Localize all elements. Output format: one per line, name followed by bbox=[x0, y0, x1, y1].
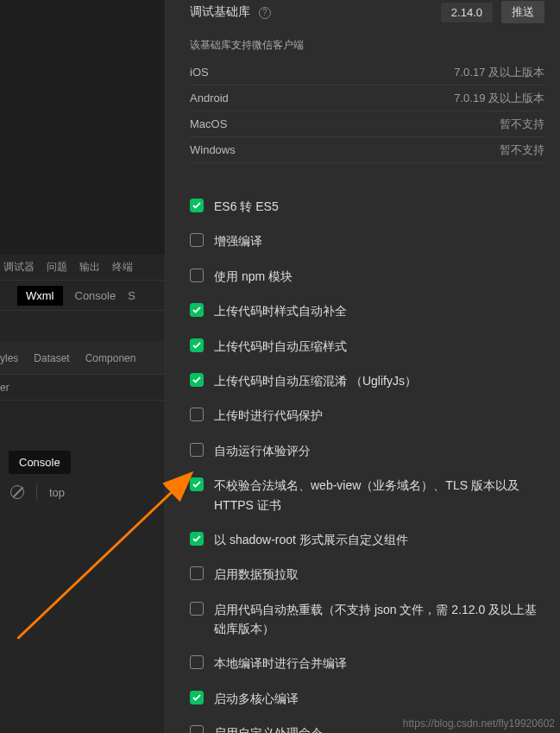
styles-tabbar: yles Dataset Componen bbox=[0, 342, 165, 375]
option-row: 上传代码时自动压缩样式 bbox=[190, 329, 544, 363]
option-label: 使用 npm 模块 bbox=[214, 267, 293, 286]
tab-component-partial[interactable]: Componen bbox=[85, 352, 136, 364]
option-checkbox[interactable] bbox=[190, 443, 204, 457]
option-checkbox[interactable] bbox=[190, 338, 204, 352]
support-table: iOS7.0.17 及以上版本Android7.0.19 及以上版本MacOS暂… bbox=[190, 60, 544, 163]
option-row: 启动多核心编译 bbox=[190, 681, 544, 716]
option-label: 上传时进行代码保护 bbox=[214, 406, 323, 425]
option-checkbox[interactable] bbox=[190, 408, 204, 421]
option-row: 不校验合法域名、web-view（业务域名）、TLS 版本以及 HTTPS 证书 bbox=[190, 468, 544, 522]
tab-output[interactable]: 输出 bbox=[79, 260, 100, 275]
os-version: 7.0.17 及以上版本 bbox=[454, 65, 544, 80]
option-label: 启用数据预拉取 bbox=[214, 565, 299, 584]
support-row: Windows暂不支持 bbox=[190, 137, 544, 163]
option-row: 上传代码时样式自动补全 bbox=[190, 294, 544, 328]
base-lib-label: 调试基础库 ? bbox=[190, 4, 441, 20]
support-clients-label: 该基础库支持微信客户端 bbox=[190, 38, 544, 53]
option-row: 自动运行体验评分 bbox=[190, 433, 544, 468]
console-drawer-tab[interactable]: Console bbox=[9, 451, 71, 474]
option-label: 增强编译 bbox=[214, 231, 262, 250]
option-checkbox[interactable] bbox=[190, 477, 204, 491]
option-row: 使用 npm 模块 bbox=[190, 259, 544, 294]
filter-text-partial: er bbox=[0, 382, 9, 394]
option-checkbox[interactable] bbox=[190, 373, 204, 387]
option-label: 以 shadow-root 形式展示自定义组件 bbox=[214, 530, 408, 549]
option-checkbox[interactable] bbox=[190, 269, 204, 282]
tab-sources-partial[interactable]: S bbox=[128, 289, 135, 302]
settings-panel: 调试基础库 ? 2.14.0 推送 该基础库支持微信客户端 iOS7.0.17 … bbox=[166, 0, 560, 733]
base-lib-row: 调试基础库 ? 2.14.0 推送 bbox=[190, 2, 544, 22]
left-devtools-panel: 调试器 问题 输出 终端 Wxml Console S yles Dataset… bbox=[0, 0, 166, 733]
os-version: 暂不支持 bbox=[500, 142, 544, 158]
tab-wxml[interactable]: Wxml bbox=[17, 286, 63, 306]
context-selector[interactable]: top bbox=[49, 486, 65, 499]
option-row: 上传时进行代码保护 bbox=[190, 398, 544, 433]
clear-console-icon[interactable] bbox=[10, 485, 24, 499]
option-label: ES6 转 ES5 bbox=[214, 197, 279, 216]
tab-console[interactable]: Console bbox=[75, 289, 116, 302]
tab-debugger[interactable]: 调试器 bbox=[3, 260, 35, 275]
option-checkbox[interactable] bbox=[190, 602, 204, 616]
option-row: 以 shadow-root 形式展示自定义组件 bbox=[190, 522, 544, 557]
option-label: 自动运行体验评分 bbox=[214, 441, 311, 460]
watermark: https://blog.csdn.net/fly19920602 bbox=[403, 717, 555, 730]
option-label: 启用代码自动热重载（不支持 json 文件，需 2.12.0 及以上基础库版本） bbox=[214, 600, 544, 639]
option-row: 增强编译 bbox=[190, 224, 544, 258]
os-name: Windows bbox=[190, 143, 500, 156]
option-label: 本地编译时进行合并编译 bbox=[214, 654, 347, 673]
push-button[interactable]: 推送 bbox=[501, 1, 544, 23]
support-row: Android7.0.19 及以上版本 bbox=[190, 85, 544, 111]
console-drawer: Console bbox=[0, 444, 165, 474]
option-checkbox[interactable] bbox=[190, 199, 204, 212]
option-row: 启用数据预拉取 bbox=[190, 557, 544, 591]
option-row: ES6 转 ES5 bbox=[190, 189, 544, 224]
support-row: iOS7.0.17 及以上版本 bbox=[190, 60, 544, 85]
option-row: 上传代码时自动压缩混淆 （UglifyJs） bbox=[190, 363, 544, 398]
option-checkbox[interactable] bbox=[190, 691, 204, 705]
option-label: 上传代码时自动压缩混淆 （UglifyJs） bbox=[214, 371, 417, 390]
option-checkbox[interactable] bbox=[190, 566, 204, 580]
tab-terminal[interactable]: 终端 bbox=[112, 260, 133, 275]
bottom-tabbar: 调试器 问题 输出 终端 bbox=[0, 255, 165, 281]
tab-styles-partial[interactable]: yles bbox=[0, 352, 18, 364]
option-checkbox[interactable] bbox=[190, 655, 204, 669]
option-label: 上传代码时样式自动补全 bbox=[214, 301, 347, 320]
console-toolbar: top bbox=[0, 477, 165, 507]
preview-area bbox=[0, 0, 165, 255]
option-label: 启用自定义处理命令 bbox=[214, 724, 323, 733]
base-lib-version-select[interactable]: 2.14.0 bbox=[441, 3, 493, 22]
option-label: 上传代码时自动压缩样式 bbox=[214, 337, 347, 356]
os-name: MacOS bbox=[190, 117, 500, 130]
option-checkbox[interactable] bbox=[190, 725, 204, 733]
support-row: MacOS暂不支持 bbox=[190, 111, 544, 137]
compile-options-list: ES6 转 ES5增强编译使用 npm 模块上传代码时样式自动补全上传代码时自动… bbox=[190, 189, 544, 733]
option-row: 本地编译时进行合并编译 bbox=[190, 646, 544, 680]
info-icon[interactable]: ? bbox=[259, 7, 271, 19]
divider bbox=[36, 484, 37, 500]
option-label: 不校验合法域名、web-view（业务域名）、TLS 版本以及 HTTPS 证书 bbox=[214, 476, 544, 515]
os-version: 7.0.19 及以上版本 bbox=[454, 91, 544, 106]
option-row: 启用代码自动热重载（不支持 json 文件，需 2.12.0 及以上基础库版本） bbox=[190, 592, 544, 647]
filter-row: er bbox=[0, 375, 165, 401]
devtools-tabbar: Wxml Console S bbox=[0, 281, 165, 311]
tab-dataset[interactable]: Dataset bbox=[34, 352, 69, 364]
tab-problems[interactable]: 问题 bbox=[47, 260, 67, 275]
os-name: Android bbox=[190, 92, 454, 104]
option-label: 启动多核心编译 bbox=[214, 689, 299, 708]
option-checkbox[interactable] bbox=[190, 233, 204, 247]
option-checkbox[interactable] bbox=[190, 303, 204, 317]
os-version: 暂不支持 bbox=[500, 117, 544, 132]
os-name: iOS bbox=[190, 66, 454, 79]
option-checkbox[interactable] bbox=[190, 532, 204, 546]
